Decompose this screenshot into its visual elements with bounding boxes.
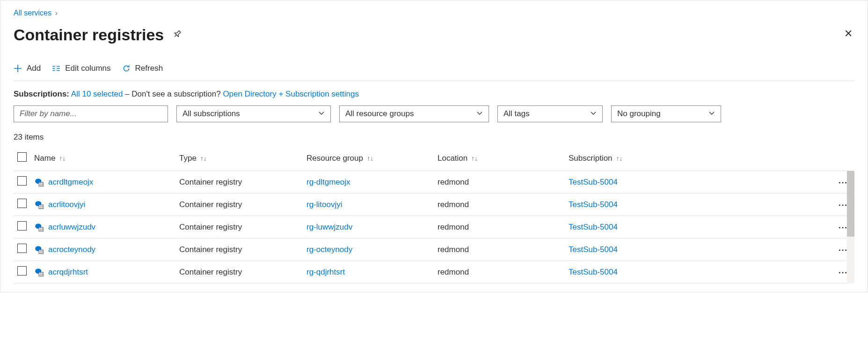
table-header-row: Name ↑↓ Type ↑↓ Resource group ↑↓ Locati… [14, 148, 854, 171]
resource-groups-filter-label: All resource groups [345, 109, 414, 119]
scrollbar-track[interactable] [847, 171, 854, 283]
row-checkbox[interactable] [17, 199, 27, 208]
container-registry-icon [34, 200, 44, 209]
svg-rect-19 [39, 249, 44, 253]
svg-rect-20 [39, 250, 41, 251]
svg-rect-23 [41, 252, 43, 253]
subscription-link[interactable]: TestSub-5004 [569, 223, 618, 231]
registry-name-link[interactable]: acrlitoovjyi [48, 200, 85, 209]
svg-rect-15 [41, 228, 43, 229]
svg-rect-16 [39, 229, 41, 230]
row-checkbox[interactable] [17, 244, 27, 253]
edit-columns-button[interactable]: Edit columns [52, 64, 110, 73]
type-cell: Container registry [179, 178, 306, 187]
type-cell: Container registry [179, 245, 306, 254]
table-row: acrqdjrhtsrtContainer registryrg-qdjrhts… [14, 261, 854, 283]
svg-rect-3 [41, 183, 43, 184]
svg-rect-5 [41, 184, 43, 185]
svg-rect-28 [39, 274, 41, 275]
resource-group-link[interactable]: rg-qdjrhtsrt [306, 268, 345, 276]
container-registry-icon [34, 178, 44, 187]
container-registry-icon [34, 268, 44, 277]
chevron-down-icon [318, 109, 325, 119]
items-count: 23 items [14, 133, 854, 142]
columns-icon [52, 64, 60, 73]
svg-rect-7 [39, 204, 44, 209]
table-row: acrdltgmeojxContainer registryrg-dltgmeo… [14, 171, 854, 194]
breadcrumb-all-services-link[interactable]: All services [14, 9, 51, 17]
subscription-link[interactable]: TestSub-5004 [569, 268, 618, 276]
svg-rect-4 [39, 184, 41, 185]
subscriptions-label: Subscriptions: [14, 89, 69, 98]
grouping-select[interactable]: No grouping [611, 105, 721, 122]
row-checkbox[interactable] [17, 266, 27, 276]
sort-icon: ↑↓ [200, 155, 207, 162]
column-header-type-label: Type [179, 154, 197, 163]
refresh-label: Refresh [135, 64, 163, 73]
chevron-down-icon [590, 109, 597, 119]
tags-filter-select[interactable]: All tags [497, 105, 603, 122]
chevron-down-icon [708, 109, 715, 119]
table-row: acrlitoovjyiContainer registryrg-litoovj… [14, 194, 854, 216]
resource-group-link[interactable]: rg-litoovjyi [306, 200, 343, 209]
resource-group-link[interactable]: rg-octeynody [306, 245, 352, 254]
refresh-button[interactable]: Refresh [122, 64, 163, 73]
registry-name-link[interactable]: acrocteynody [48, 245, 95, 254]
filter-row: All subscriptions All resource groups Al… [14, 105, 854, 122]
row-checkbox[interactable] [17, 176, 27, 186]
add-button[interactable]: Add [14, 64, 41, 73]
row-checkbox[interactable] [17, 221, 27, 231]
column-header-subscription-label: Subscription [569, 154, 613, 163]
svg-rect-29 [41, 274, 43, 275]
location-cell: redmond [438, 268, 569, 277]
type-cell: Container registry [179, 200, 306, 209]
type-cell: Container registry [179, 268, 306, 277]
svg-rect-9 [41, 205, 43, 206]
subscription-settings-link[interactable]: Open Directory + Subscription settings [223, 89, 359, 98]
column-header-resource-group[interactable]: Resource group ↑↓ [306, 154, 438, 163]
svg-rect-1 [39, 182, 44, 186]
subscriptions-selected-link[interactable]: All 10 selected [71, 89, 123, 98]
location-cell: redmond [438, 223, 569, 232]
name-filter-input[interactable] [14, 105, 168, 122]
scrollbar-thumb[interactable] [847, 171, 854, 237]
svg-rect-13 [39, 227, 44, 231]
svg-rect-10 [39, 207, 41, 208]
column-header-type[interactable]: Type ↑↓ [179, 154, 306, 163]
svg-rect-22 [39, 252, 41, 253]
svg-rect-14 [39, 228, 41, 229]
registry-name-link[interactable]: acrluwwjzudv [48, 223, 95, 232]
column-header-name[interactable]: Name ↑↓ [34, 154, 179, 163]
column-header-location[interactable]: Location ↑↓ [438, 154, 569, 163]
svg-rect-2 [39, 183, 41, 184]
column-header-location-label: Location [438, 154, 467, 163]
subscriptions-filter-select[interactable]: All subscriptions [176, 105, 331, 122]
subscriptions-line: Subscriptions: All 10 selected – Don't s… [14, 89, 854, 99]
location-cell: redmond [438, 245, 569, 254]
registry-name-link[interactable]: acrqdjrhtsrt [48, 268, 88, 277]
subscriptions-filter-label: All subscriptions [182, 109, 240, 119]
svg-rect-25 [39, 272, 44, 276]
resource-group-link[interactable]: rg-luwwjzudv [306, 223, 352, 231]
tags-filter-label: All tags [503, 109, 530, 119]
svg-rect-17 [41, 229, 43, 230]
resource-group-link[interactable]: rg-dltgmeojx [306, 178, 350, 186]
resource-groups-filter-select[interactable]: All resource groups [339, 105, 489, 122]
column-header-name-label: Name [34, 154, 55, 163]
close-button[interactable]: ✕ [844, 28, 853, 40]
svg-rect-26 [39, 273, 41, 274]
svg-rect-27 [41, 273, 43, 274]
subscription-link[interactable]: TestSub-5004 [569, 178, 618, 186]
sort-icon: ↑↓ [616, 155, 623, 162]
subscription-link[interactable]: TestSub-5004 [569, 200, 618, 209]
select-all-checkbox[interactable] [17, 152, 27, 162]
pin-icon[interactable] [170, 28, 183, 42]
column-header-rg-label: Resource group [306, 154, 363, 163]
plus-icon [14, 64, 22, 73]
svg-rect-8 [39, 205, 41, 206]
table-row: acrocteynodyContainer registryrg-octeyno… [14, 238, 854, 261]
table: Name ↑↓ Type ↑↓ Resource group ↑↓ Locati… [14, 148, 854, 283]
column-header-subscription[interactable]: Subscription ↑↓ [569, 154, 832, 163]
subscription-link[interactable]: TestSub-5004 [569, 245, 618, 254]
registry-name-link[interactable]: acrdltgmeojx [48, 178, 93, 187]
